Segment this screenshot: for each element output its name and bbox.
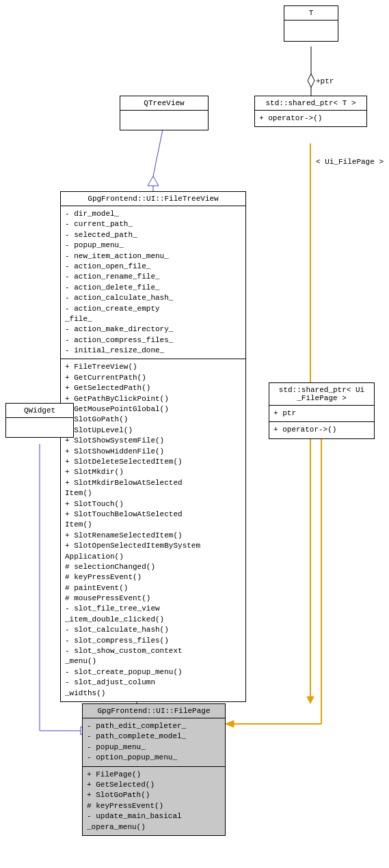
box-qwidget: QWidget (5, 403, 74, 438)
box-T-section (284, 20, 338, 41)
box-filepage: GpgFrontend::UI::FilePage - path_edit_co… (82, 703, 226, 836)
box-qwidget-header: QWidget (6, 404, 73, 418)
box-T-header: T (284, 6, 338, 20)
box-shared-ptr-filepage: std::shared_ptr< Ui _FilePage > + ptr + … (269, 382, 375, 439)
box-filetreeview: GpgFrontend::UI::FileTreeView - dir_mode… (60, 191, 246, 702)
svg-text:< Ui_FilePage >: < Ui_FilePage > (316, 158, 384, 166)
box-filetreeview-methods: + FileTreeView() + GetCurrentPath() + Ge… (61, 359, 245, 701)
box-filetreeview-header: GpgFrontend::UI::FileTreeView (61, 192, 245, 206)
box-qtreeview-header: QTreeView (120, 96, 208, 111)
svg-line-7 (153, 123, 164, 176)
box-filepage-header: GpgFrontend::UI::FilePage (83, 704, 225, 718)
svg-marker-20 (226, 720, 234, 727)
svg-text:+ptr: +ptr (316, 77, 334, 85)
svg-marker-2 (308, 74, 314, 87)
box-filetreeview-attributes: - dir_model_ - current_path_ - selected_… (61, 206, 245, 359)
box-T: T (284, 5, 338, 42)
box-shared-ptr-filepage-ptr: + ptr (269, 406, 374, 422)
diagram-container: +ptr < Ui_FilePage > -file_tree_view_ - (0, 0, 389, 868)
box-qwidget-section (6, 418, 73, 437)
box-filepage-attributes: - path_edit_completer_ - path_complete_m… (83, 718, 225, 767)
box-shared-ptr-T-header: std::shared_ptr< T > (255, 96, 366, 111)
box-qtreeview-section (120, 111, 208, 130)
box-shared-ptr-T: std::shared_ptr< T > + operator->() (254, 96, 367, 127)
box-shared-ptr-filepage-op: + operator->() (269, 422, 374, 438)
svg-marker-5 (307, 697, 314, 703)
box-shared-ptr-filepage-header: std::shared_ptr< Ui _FilePage > (269, 383, 374, 406)
box-shared-ptr-T-methods: + operator->() (255, 111, 366, 126)
box-qtreeview: QTreeView (120, 96, 209, 130)
svg-marker-8 (148, 176, 159, 186)
box-filepage-methods: + FilePage() + GetSelected() + SlotGoPat… (83, 767, 225, 835)
